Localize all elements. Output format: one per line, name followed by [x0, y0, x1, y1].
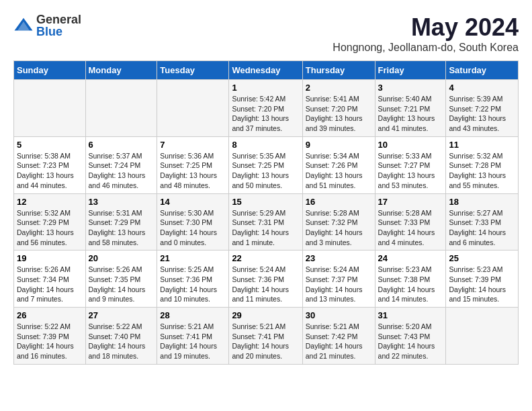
logo-general: General	[36, 13, 81, 26]
calendar-cell: 5Sunrise: 5:38 AM Sunset: 7:23 PM Daylig…	[14, 136, 86, 193]
day-number: 5	[17, 140, 83, 150]
calendar-cell: 4Sunrise: 5:39 AM Sunset: 7:22 PM Daylig…	[446, 80, 519, 137]
calendar-cell: 23Sunrise: 5:24 AM Sunset: 7:37 PM Dayli…	[302, 250, 375, 308]
day-info: Sunrise: 5:23 AM Sunset: 7:38 PM Dayligh…	[378, 265, 443, 304]
day-info: Sunrise: 5:23 AM Sunset: 7:39 PM Dayligh…	[449, 265, 515, 304]
col-header-saturday: Saturday	[446, 61, 519, 80]
calendar-cell: 22Sunrise: 5:24 AM Sunset: 7:36 PM Dayli…	[229, 250, 302, 308]
week-row-2: 5Sunrise: 5:38 AM Sunset: 7:23 PM Daylig…	[14, 136, 519, 193]
day-info: Sunrise: 5:22 AM Sunset: 7:40 PM Dayligh…	[89, 322, 154, 361]
title-block: May 2024 Hongnong, Jeollanam-do, South K…	[332, 13, 519, 54]
day-info: Sunrise: 5:33 AM Sunset: 7:27 PM Dayligh…	[378, 151, 443, 191]
logo-blue: Blue	[36, 26, 81, 38]
day-number: 30	[306, 310, 372, 320]
day-info: Sunrise: 5:38 AM Sunset: 7:23 PM Dayligh…	[17, 151, 83, 191]
day-info: Sunrise: 5:26 AM Sunset: 7:35 PM Dayligh…	[89, 265, 154, 304]
col-header-monday: Monday	[85, 61, 157, 80]
day-number: 11	[449, 140, 515, 150]
calendar-cell: 26Sunrise: 5:22 AM Sunset: 7:39 PM Dayli…	[14, 308, 86, 365]
calendar-cell: 10Sunrise: 5:33 AM Sunset: 7:27 PM Dayli…	[375, 136, 446, 193]
day-info: Sunrise: 5:37 AM Sunset: 7:24 PM Dayligh…	[89, 151, 154, 191]
day-info: Sunrise: 5:42 AM Sunset: 7:20 PM Dayligh…	[232, 94, 299, 134]
calendar-cell: 13Sunrise: 5:31 AM Sunset: 7:29 PM Dayli…	[85, 193, 157, 250]
day-info: Sunrise: 5:20 AM Sunset: 7:43 PM Dayligh…	[378, 322, 443, 361]
day-number: 18	[449, 197, 515, 207]
day-info: Sunrise: 5:32 AM Sunset: 7:28 PM Dayligh…	[449, 151, 515, 191]
calendar-cell: 21Sunrise: 5:25 AM Sunset: 7:36 PM Dayli…	[157, 250, 229, 308]
day-number: 3	[378, 83, 443, 93]
day-info: Sunrise: 5:39 AM Sunset: 7:22 PM Dayligh…	[449, 94, 515, 134]
day-number: 20	[89, 253, 154, 263]
day-number: 7	[160, 140, 226, 150]
day-info: Sunrise: 5:21 AM Sunset: 7:42 PM Dayligh…	[306, 322, 372, 361]
day-number: 4	[449, 83, 515, 93]
calendar-cell: 19Sunrise: 5:26 AM Sunset: 7:34 PM Dayli…	[14, 250, 86, 308]
day-number: 6	[89, 140, 154, 150]
day-info: Sunrise: 5:24 AM Sunset: 7:37 PM Dayligh…	[306, 265, 372, 304]
calendar-cell: 8Sunrise: 5:35 AM Sunset: 7:25 PM Daylig…	[229, 136, 302, 193]
day-info: Sunrise: 5:36 AM Sunset: 7:25 PM Dayligh…	[160, 151, 226, 191]
calendar-cell: 2Sunrise: 5:41 AM Sunset: 7:20 PM Daylig…	[302, 80, 375, 137]
day-number: 31	[378, 310, 443, 320]
day-number: 14	[160, 197, 226, 207]
col-header-tuesday: Tuesday	[157, 61, 229, 80]
calendar-cell: 18Sunrise: 5:27 AM Sunset: 7:33 PM Dayli…	[446, 193, 519, 250]
calendar-cell: 12Sunrise: 5:32 AM Sunset: 7:29 PM Dayli…	[14, 193, 86, 250]
calendar-cell: 9Sunrise: 5:34 AM Sunset: 7:26 PM Daylig…	[302, 136, 375, 193]
day-number: 25	[449, 253, 515, 263]
day-number: 22	[232, 253, 299, 263]
day-info: Sunrise: 5:35 AM Sunset: 7:25 PM Dayligh…	[232, 151, 299, 191]
day-info: Sunrise: 5:29 AM Sunset: 7:31 PM Dayligh…	[232, 208, 299, 248]
day-number: 10	[378, 140, 443, 150]
day-info: Sunrise: 5:32 AM Sunset: 7:29 PM Dayligh…	[17, 208, 83, 248]
calendar-cell	[446, 308, 519, 365]
week-row-5: 26Sunrise: 5:22 AM Sunset: 7:39 PM Dayli…	[14, 308, 519, 365]
calendar-cell: 3Sunrise: 5:40 AM Sunset: 7:21 PM Daylig…	[375, 80, 446, 137]
calendar-cell	[85, 80, 157, 137]
day-number: 26	[17, 310, 83, 320]
day-number: 27	[89, 310, 154, 320]
calendar-cell: 25Sunrise: 5:23 AM Sunset: 7:39 PM Dayli…	[446, 250, 519, 308]
day-info: Sunrise: 5:28 AM Sunset: 7:32 PM Dayligh…	[306, 208, 372, 248]
day-number: 28	[160, 310, 226, 320]
day-number: 1	[232, 83, 299, 93]
calendar-cell: 24Sunrise: 5:23 AM Sunset: 7:38 PM Dayli…	[375, 250, 446, 308]
calendar-cell: 17Sunrise: 5:28 AM Sunset: 7:33 PM Dayli…	[375, 193, 446, 250]
calendar-cell	[14, 80, 86, 137]
location: Hongnong, Jeollanam-do, South Korea	[332, 42, 519, 54]
month-title: May 2024	[332, 13, 519, 42]
col-header-wednesday: Wednesday	[229, 61, 302, 80]
day-info: Sunrise: 5:28 AM Sunset: 7:33 PM Dayligh…	[378, 208, 443, 248]
calendar-cell: 6Sunrise: 5:37 AM Sunset: 7:24 PM Daylig…	[85, 136, 157, 193]
calendar-cell: 16Sunrise: 5:28 AM Sunset: 7:32 PM Dayli…	[302, 193, 375, 250]
day-info: Sunrise: 5:21 AM Sunset: 7:41 PM Dayligh…	[232, 322, 299, 361]
calendar-cell: 27Sunrise: 5:22 AM Sunset: 7:40 PM Dayli…	[85, 308, 157, 365]
col-header-thursday: Thursday	[302, 61, 375, 80]
day-number: 16	[306, 197, 372, 207]
calendar-cell: 29Sunrise: 5:21 AM Sunset: 7:41 PM Dayli…	[229, 308, 302, 365]
calendar-cell: 15Sunrise: 5:29 AM Sunset: 7:31 PM Dayli…	[229, 193, 302, 250]
day-number: 21	[160, 253, 226, 263]
day-number: 2	[306, 83, 372, 93]
calendar-cell	[157, 80, 229, 137]
day-number: 15	[232, 197, 299, 207]
day-number: 24	[378, 253, 443, 263]
calendar-cell: 1Sunrise: 5:42 AM Sunset: 7:20 PM Daylig…	[229, 80, 302, 137]
day-number: 13	[89, 197, 154, 207]
day-info: Sunrise: 5:24 AM Sunset: 7:36 PM Dayligh…	[232, 265, 299, 304]
day-number: 29	[232, 310, 299, 320]
col-header-friday: Friday	[375, 61, 446, 80]
col-header-sunday: Sunday	[14, 61, 86, 80]
day-number: 19	[17, 253, 83, 263]
week-row-4: 19Sunrise: 5:26 AM Sunset: 7:34 PM Dayli…	[14, 250, 519, 308]
logo-icon	[13, 15, 34, 36]
day-number: 9	[306, 140, 372, 150]
day-number: 8	[232, 140, 299, 150]
calendar-header-row: SundayMondayTuesdayWednesdayThursdayFrid…	[14, 61, 519, 80]
page-header: General Blue May 2024 Hongnong, Jeollana…	[13, 13, 519, 54]
day-number: 17	[378, 197, 443, 207]
day-info: Sunrise: 5:40 AM Sunset: 7:21 PM Dayligh…	[378, 94, 443, 134]
day-info: Sunrise: 5:34 AM Sunset: 7:26 PM Dayligh…	[306, 151, 372, 191]
day-number: 12	[17, 197, 83, 207]
calendar-cell: 28Sunrise: 5:21 AM Sunset: 7:41 PM Dayli…	[157, 308, 229, 365]
